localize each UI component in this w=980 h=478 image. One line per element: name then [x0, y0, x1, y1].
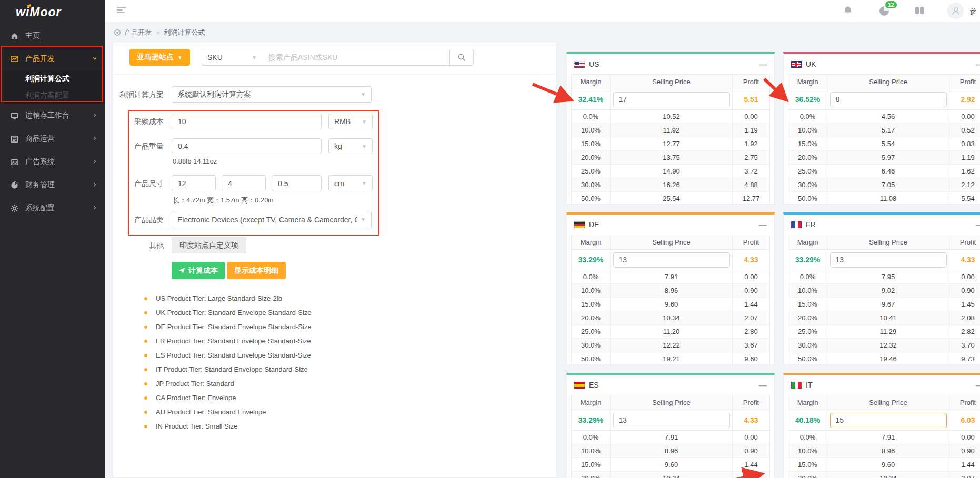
size-height-input[interactable] [272, 175, 322, 191]
product-dev-submenu: 利润计算公式 利润方案配置 [0, 70, 105, 104]
caret-down-icon: ▼ [357, 217, 366, 222]
sidebar-item-home[interactable]: 主页 [0, 24, 105, 47]
selling-price-input[interactable] [830, 252, 947, 268]
selling-price-input[interactable] [613, 413, 730, 428]
sidebar-item-product-dev[interactable]: 产品开发 [0, 47, 105, 70]
bell-icon[interactable] [842, 5, 855, 17]
table-header-row: Margin Selling Price Profit [572, 395, 769, 410]
svg-text:AD: AD [12, 160, 17, 164]
margin-row: 25.0%11.292.82 [788, 325, 980, 339]
country-panel-uk: UK — Margin Selling Price Profit 36.52% … [783, 52, 980, 205]
current-price-row: 33.29% 4.33 [788, 250, 980, 270]
selling-price-input[interactable] [613, 92, 730, 107]
panels-grid: US — Margin Selling Price Profit 32.41% … [566, 52, 980, 478]
collapse-minus-icon[interactable]: — [976, 221, 980, 229]
sidebar-item-finance[interactable]: 财务管理 [0, 174, 105, 197]
country-flag-icon [791, 221, 802, 228]
col-selling-price: Selling Price [827, 235, 949, 249]
product-weight-input[interactable] [172, 138, 322, 154]
size-width-input[interactable] [222, 175, 266, 191]
bullet-icon [144, 311, 147, 314]
margin-row: 50.0%19.219.60 [572, 352, 769, 365]
sidebar-item-ads[interactable]: AD 广告系统 [0, 150, 105, 174]
sidebar-item-settings[interactable]: 系统配置 [0, 197, 105, 220]
margin-row: 20.0%13.752.75 [572, 151, 769, 165]
goods-icon [9, 134, 19, 144]
columns-icon[interactable] [914, 5, 926, 17]
col-profit: Profit [733, 235, 769, 249]
col-profit: Profit [949, 395, 980, 410]
price-table: Margin Selling Price Profit 33.29% 4.33 … [788, 235, 980, 365]
current-margin: 33.29% [788, 250, 827, 270]
show-cost-detail-button[interactable]: 显示成本明细 [227, 262, 286, 279]
search-icon [457, 53, 466, 62]
caret-down-icon: ▼ [357, 91, 366, 97]
india-custom-button[interactable]: 印度站点自定义项 [172, 237, 246, 253]
product-tier-item: ES Product Tier: Standard Envelope Stand… [144, 348, 312, 362]
calculate-cost-button[interactable]: 计算成本 [172, 262, 225, 279]
product-tier-item: CA Product Tier: Envelope [144, 391, 312, 405]
sidebar-subitem-profit-plan-config[interactable]: 利润方案配置 [0, 87, 105, 104]
sidebar-item-goods-ops[interactable]: 商品运营 [0, 127, 105, 150]
current-profit: 4.33 [733, 250, 769, 270]
weight-helper-text: 0.88lb 14.11oz [173, 157, 217, 165]
collapse-minus-icon[interactable]: — [759, 381, 767, 389]
price-table: Margin Selling Price Profit 40.18% 6.03 … [788, 395, 980, 478]
selling-price-input[interactable] [830, 92, 947, 107]
collapse-minus-icon[interactable]: — [976, 60, 980, 68]
margin-row: 20.0%10.342.07 [788, 472, 980, 478]
collapse-menu-icon[interactable] [117, 7, 127, 15]
collapse-minus-icon[interactable]: — [759, 60, 767, 68]
current-profit: 2.92 [949, 89, 980, 109]
plan-select[interactable]: 系统默认利润计算方案▼ [172, 86, 372, 103]
search-input[interactable] [262, 49, 450, 66]
product-tier-list: US Product Tier: Large Standard-Size-2lb… [144, 291, 312, 433]
size-helper-text: 长：4.72in 宽：1.57in 高：0.20in [173, 196, 273, 205]
size-unit-select[interactable]: cm▼ [328, 175, 373, 191]
col-margin: Margin [788, 75, 827, 89]
product-tier-item: UK Product Tier: Standard Envelope Stand… [144, 306, 312, 320]
panel-header: FR — [784, 215, 980, 235]
price-table: Margin Selling Price Profit 32.41% 5.51 … [571, 74, 770, 205]
caret-down-icon: ▼ [358, 180, 367, 186]
sidebar-item-inventory-workbench[interactable]: 进销存工作台 [0, 104, 105, 127]
selling-price-input[interactable] [613, 252, 730, 268]
panel-header: DE — [567, 215, 774, 235]
product-tier-item: JP Product Tier: Standard [144, 377, 312, 391]
bullet-icon [144, 297, 147, 300]
app-logo[interactable]: wiMoor [0, 0, 105, 24]
breadcrumb-section[interactable]: 产品开发 [124, 28, 152, 37]
search-button[interactable] [449, 49, 474, 66]
category-select[interactable]: Electronic Devices (except TV, Camera & … [172, 211, 372, 228]
sidebar-subitem-profit-formula[interactable]: 利润计算公式 [0, 70, 105, 87]
weight-unit-select[interactable]: kg▼ [328, 138, 373, 154]
cost-unit-select[interactable]: RMB▼ [328, 114, 373, 129]
breadcrumb-page: 利润计算公式 [164, 28, 205, 37]
selling-price-input[interactable] [830, 413, 947, 428]
sku-select[interactable]: SKU▼ [202, 49, 263, 66]
home-icon [9, 31, 19, 40]
purchase-cost-input[interactable] [172, 114, 322, 129]
size-length-input[interactable] [172, 175, 216, 191]
avatar[interactable] [947, 3, 964, 19]
table-header-row: Margin Selling Price Profit [788, 75, 980, 89]
collapse-minus-icon[interactable]: — [976, 381, 980, 389]
size-label: 产品尺寸 [113, 179, 164, 189]
col-margin: Margin [788, 235, 827, 249]
price-table: Margin Selling Price Profit 36.52% 2.92 … [788, 74, 980, 205]
location-pin-icon [114, 29, 121, 36]
margin-row: 15.0%5.540.83 [788, 137, 980, 151]
current-price-row: 32.41% 5.51 [572, 89, 769, 110]
caret-down-icon: ▼ [177, 55, 183, 60]
topbar: 12 参 [105, 0, 980, 23]
margin-row: 25.0%11.202.80 [572, 325, 769, 339]
margin-row: 25.0%14.903.72 [572, 165, 769, 178]
amazon-site-button[interactable]: 亚马逊站点▼ [129, 49, 190, 66]
margin-row: 20.0%10.412.08 [788, 311, 980, 325]
user-name[interactable]: 参 [969, 7, 977, 16]
margin-row: 15.0%12.771.92 [572, 137, 769, 151]
collapse-minus-icon[interactable]: — [759, 221, 767, 229]
col-margin: Margin [572, 75, 611, 89]
breadcrumb: 产品开发 > 利润计算公式 [114, 28, 205, 37]
chevron-right-icon [92, 181, 98, 189]
